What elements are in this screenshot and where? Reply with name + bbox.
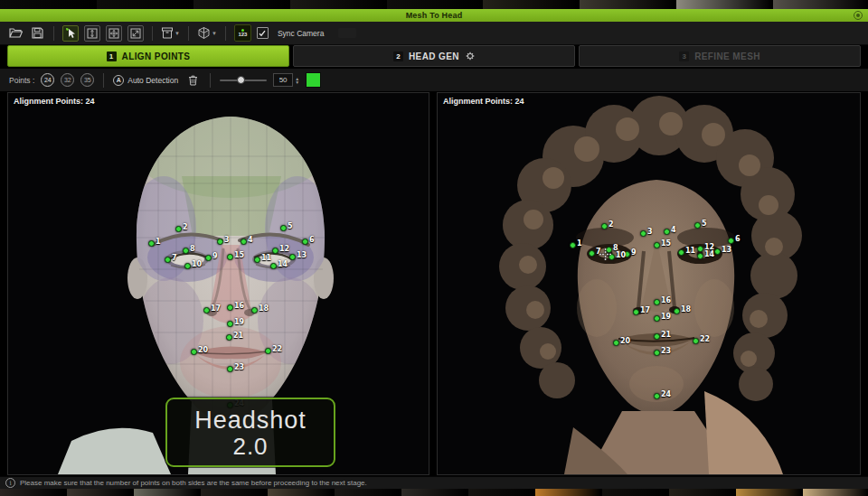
asset-thumbnail[interactable]: [201, 489, 266, 496]
asset-thumbnail[interactable]: [67, 489, 132, 496]
delete-points-button[interactable]: [184, 72, 201, 89]
point-dot-icon: [654, 393, 660, 399]
tab-align-points[interactable]: 1 ALIGN POINTS: [7, 45, 289, 67]
point-number: 8: [190, 245, 195, 253]
point-number: 21: [233, 332, 243, 340]
asset-thumbnail[interactable]: [669, 489, 734, 496]
gear-icon[interactable]: [466, 51, 475, 61]
point-dot-icon: [270, 263, 277, 269]
headshot-version-badge: Headshot 2.0: [165, 398, 335, 467]
sync-camera-checkbox[interactable]: [257, 27, 269, 39]
point-number: 24: [661, 390, 671, 398]
point-number: 2: [609, 220, 614, 229]
point-number: 6: [735, 235, 741, 243]
point-number: 16: [234, 302, 244, 310]
point-number: 5: [288, 222, 293, 230]
toolbar-separator: [225, 26, 226, 41]
point-number: 13: [722, 246, 731, 254]
point-number: 10: [616, 251, 626, 259]
point-number: 3: [224, 236, 230, 244]
point-dot-icon: [217, 239, 223, 245]
slider-thumb[interactable]: [237, 76, 245, 84]
asset-thumbnail[interactable]: [134, 489, 199, 496]
dock-pin-icon[interactable]: [854, 11, 863, 20]
chevron-down-icon: ▼: [212, 31, 217, 36]
window-title: Mesh To Head: [406, 11, 463, 20]
point-size-slider[interactable]: [220, 80, 267, 81]
point-dot-icon: [570, 242, 576, 248]
asset-thumbnail[interactable]: [468, 489, 533, 496]
mesh-display-dropdown[interactable]: ▼: [197, 25, 217, 42]
point-dot-icon: [678, 249, 684, 256]
frame-region-button[interactable]: [127, 25, 144, 42]
open-file-button[interactable]: [7, 25, 24, 42]
point-number: 5: [702, 220, 707, 228]
point-size-value[interactable]: 50: [273, 73, 293, 87]
mesh-cube-icon: [197, 26, 211, 40]
status-message: Please make sure that the number of poin…: [20, 479, 367, 487]
tab-head-gen[interactable]: 2 HEAD GEN: [293, 45, 575, 67]
save-icon: [32, 27, 43, 39]
point-dot-icon: [227, 254, 233, 260]
point-numbers-toggle[interactable]: 123: [234, 24, 251, 42]
point-dot-icon: [693, 338, 699, 344]
asset-thumbnail[interactable]: [335, 489, 400, 496]
point-number: 20: [198, 346, 208, 354]
point-number: 11: [261, 254, 271, 262]
points-option-35[interactable]: 35: [80, 73, 94, 87]
point-dot-icon: [227, 321, 233, 327]
asset-thumbnail[interactable]: [602, 489, 667, 496]
toolbar-separator: [103, 73, 104, 88]
point-dot-icon: [654, 242, 660, 248]
asset-thumbnail[interactable]: [535, 489, 600, 496]
point-dot-icon: [191, 349, 197, 355]
point-number: 2: [183, 223, 188, 231]
mask-set-dropdown[interactable]: ▼: [161, 25, 180, 42]
scene-fragment: [773, 0, 868, 9]
point-number: 19: [661, 313, 671, 321]
point-dot-icon: [694, 222, 701, 229]
points-option-24[interactable]: 24: [41, 73, 54, 87]
asset-thumbnail[interactable]: [736, 489, 801, 496]
spinner-arrows[interactable]: ▲▼: [295, 77, 299, 84]
point-dot-icon: [241, 239, 247, 245]
toolbar-separator: [210, 73, 211, 88]
fit-vertical-icon: [87, 28, 98, 39]
window-titlebar[interactable]: Mesh To Head: [0, 9, 868, 22]
point-number: 10: [192, 260, 202, 268]
pan-view-button[interactable]: [106, 25, 122, 42]
toolbar-separator: [188, 26, 189, 41]
point-dot-icon: [184, 263, 191, 269]
toolbar-separator: [53, 26, 54, 41]
point-dot-icon: [251, 307, 258, 314]
chevron-down-icon: ▼: [175, 31, 180, 36]
select-point-tool-button[interactable]: [62, 25, 79, 42]
fit-vertical-button[interactable]: [84, 25, 100, 42]
point-dot-icon: [654, 315, 660, 322]
auto-detection-button[interactable]: A Auto Detection: [113, 75, 178, 86]
tab-number-badge: 1: [107, 51, 117, 61]
point-number: 22: [272, 345, 282, 353]
save-button[interactable]: [29, 25, 45, 42]
point-number: 21: [661, 331, 671, 339]
point-color-swatch[interactable]: [306, 72, 321, 88]
badge-version: 2.0: [232, 434, 268, 459]
frame-region-icon: [130, 28, 141, 39]
asset-thumbnail[interactable]: [401, 489, 467, 496]
point-dot-icon: [226, 334, 232, 341]
asset-thumbnail[interactable]: [0, 489, 65, 496]
point-number: 18: [681, 305, 691, 314]
points-option-32[interactable]: 32: [61, 73, 74, 87]
scene-fragment: [387, 0, 482, 9]
viewport-target-scan[interactable]: Alignment Points: 24 1234567891011121314…: [437, 92, 861, 475]
points-toolbar: Points : 24 32 35 A Auto Detection 50 ▲▼: [0, 69, 868, 91]
asset-thumbnail[interactable]: [268, 489, 333, 496]
point-number: 11: [685, 247, 695, 255]
info-icon: i: [5, 478, 15, 488]
point-dot-icon: [697, 246, 703, 252]
inactive-icon: [338, 28, 356, 38]
point-number: 17: [640, 306, 650, 314]
point-dot-icon: [254, 257, 260, 263]
point-number: 15: [234, 251, 244, 259]
asset-thumbnail[interactable]: [803, 489, 868, 496]
